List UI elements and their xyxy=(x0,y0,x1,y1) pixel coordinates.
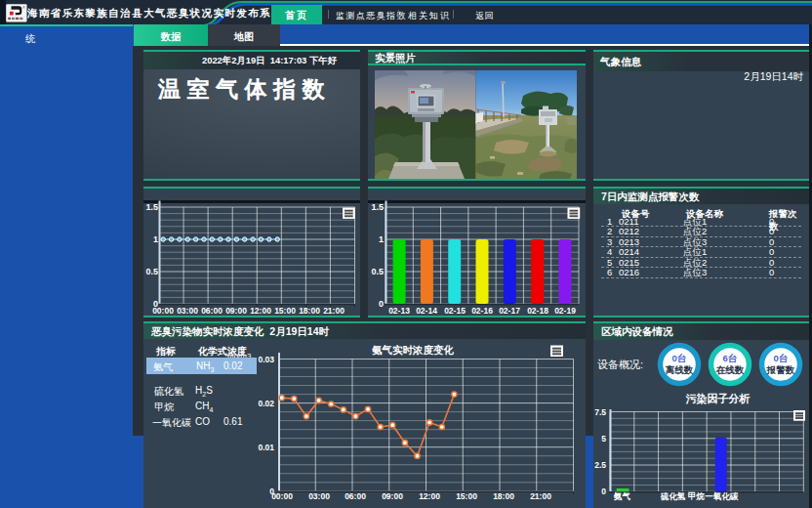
svg-text:1.5: 1.5 xyxy=(145,202,158,212)
svg-text:00:00: 00:00 xyxy=(152,305,174,315)
svg-text:18:00: 18:00 xyxy=(299,305,320,315)
svg-text:02-17: 02-17 xyxy=(499,305,520,315)
svg-text:1: 1 xyxy=(379,234,384,244)
svg-text:06:00: 06:00 xyxy=(345,491,366,501)
svg-text:0: 0 xyxy=(379,299,384,309)
svg-text:02-19: 02-19 xyxy=(554,305,576,315)
svg-text:09:00: 09:00 xyxy=(382,491,403,501)
svg-text:6台: 6台 xyxy=(723,353,738,363)
svg-text:0.5: 0.5 xyxy=(371,267,384,276)
svg-text:7.5: 7.5 xyxy=(594,407,606,417)
svg-text:离线数: 离线数 xyxy=(665,364,694,375)
svg-text:报警数: 报警数 xyxy=(766,364,795,375)
svg-text:5: 5 xyxy=(601,434,606,444)
svg-text:2.5: 2.5 xyxy=(594,460,606,470)
svg-text:12:00: 12:00 xyxy=(419,491,440,501)
svg-text:1: 1 xyxy=(153,234,158,244)
svg-text:在线数: 在线数 xyxy=(715,364,745,375)
svg-text:00:00: 00:00 xyxy=(271,491,293,501)
svg-text:甲烷: 甲烷 xyxy=(688,491,706,501)
svg-text:0.02: 0.02 xyxy=(258,399,274,408)
svg-text:0.01: 0.01 xyxy=(258,443,274,452)
svg-text:02-16: 02-16 xyxy=(471,305,493,315)
svg-text:06:00: 06:00 xyxy=(201,305,223,315)
svg-text:一氧化碳: 一氧化碳 xyxy=(705,491,739,501)
svg-text:0台: 0台 xyxy=(774,353,789,363)
svg-text:18:00: 18:00 xyxy=(493,491,514,501)
svg-text:15:00: 15:00 xyxy=(456,491,477,501)
svg-text:03:00: 03:00 xyxy=(308,491,330,501)
svg-text:0.03: 0.03 xyxy=(258,355,274,364)
svg-text:03:00: 03:00 xyxy=(177,305,198,315)
svg-text:氨气: 氨气 xyxy=(613,491,631,501)
svg-text:15:00: 15:00 xyxy=(274,305,296,315)
svg-text:02-14: 02-14 xyxy=(416,305,437,315)
svg-text:硫化氢: 硫化氢 xyxy=(660,491,686,501)
svg-text:12:00: 12:00 xyxy=(250,305,271,315)
svg-text:09:00: 09:00 xyxy=(225,305,247,315)
svg-text:21:00: 21:00 xyxy=(323,305,345,315)
svg-text:0.5: 0.5 xyxy=(145,267,158,276)
svg-text:02-18: 02-18 xyxy=(527,305,548,315)
svg-text:设备概况:: 设备概况: xyxy=(597,359,643,370)
svg-text:21:00: 21:00 xyxy=(530,491,551,501)
svg-text:02-13: 02-13 xyxy=(388,305,410,315)
svg-text:1.5: 1.5 xyxy=(371,202,384,212)
svg-text:02-15: 02-15 xyxy=(444,305,466,315)
svg-text:0台: 0台 xyxy=(672,353,687,363)
svg-text:0: 0 xyxy=(601,487,606,496)
